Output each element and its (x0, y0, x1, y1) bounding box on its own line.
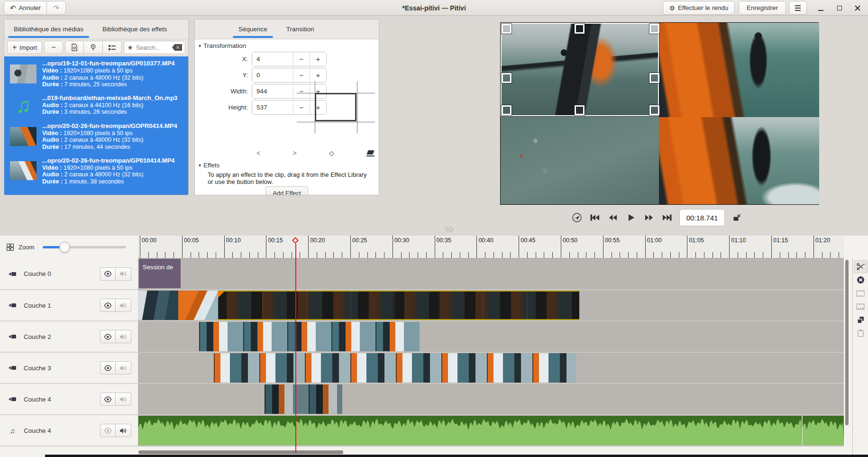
layer-0-visibility-toggle[interactable] (100, 267, 116, 281)
seek-forward-button[interactable] (643, 213, 655, 222)
transform-handle-top-right[interactable] (649, 24, 659, 34)
y-decrement-button[interactable]: − (293, 68, 310, 82)
tab-media-library[interactable]: Bibliothèque des médias (4, 19, 93, 39)
transform-handle-middle-right[interactable] (649, 73, 659, 83)
save-button[interactable]: Enregistrer (739, 1, 786, 15)
layer-1-lane[interactable] (138, 290, 844, 321)
layer-3-mute-toggle[interactable] (116, 361, 131, 375)
pane-resize-grip[interactable] (445, 227, 453, 232)
list-view-toggle-button[interactable] (103, 41, 122, 54)
timeline-horizontal-scrollbar[interactable] (138, 450, 343, 454)
group-button[interactable] (854, 300, 868, 313)
zoom-slider-knob[interactable] (59, 242, 70, 253)
import-button[interactable]: + Import (7, 41, 42, 54)
tab-sequence[interactable]: Séquence (229, 19, 277, 39)
media-item[interactable]: ...opro/19-12-01-fun-treompan/GP010377.M… (4, 56, 188, 91)
transform-handle-bottom-right[interactable] (649, 105, 659, 115)
media-item[interactable]: ...opro/20-02-26-fun-treompan/GOPR0414.M… (4, 119, 188, 154)
height-input[interactable]: 537 (252, 101, 293, 114)
tab-transition[interactable]: Transition (277, 19, 324, 39)
transform-handle-top-left[interactable] (502, 24, 512, 34)
search-input[interactable] (136, 44, 169, 51)
clip-properties-button[interactable] (65, 41, 84, 54)
x-increment-button[interactable]: + (310, 52, 326, 66)
redo-button[interactable]: ↷ (47, 1, 66, 15)
seek-backward-button[interactable] (607, 213, 619, 222)
timeline-vertical-scrollbar[interactable] (845, 260, 849, 425)
layer-4-mute-toggle[interactable] (116, 393, 131, 406)
transform-handle-middle-left[interactable] (502, 73, 512, 83)
minimize-button[interactable] (814, 2, 827, 14)
undock-viewer-button[interactable] (731, 213, 743, 222)
media-item[interactable]: ♫ ...019-funboard/ethan-melxsell-March_O… (4, 91, 188, 119)
layer-2-header[interactable]: Couche 2 (0, 321, 138, 353)
paste-button[interactable] (854, 327, 868, 339)
layer-1-header[interactable]: Couche 1 (0, 290, 138, 321)
transformation-expander[interactable]: ▾ Transformation (199, 42, 246, 49)
split-clip-button[interactable] (854, 260, 868, 273)
layer-1-mute-toggle[interactable] (116, 299, 131, 312)
transform-handle-bottom-center[interactable] (575, 105, 585, 115)
layer-0-header[interactable]: Couche 0 (0, 258, 138, 290)
tag-button[interactable] (84, 41, 103, 54)
layer-3-visibility-toggle[interactable] (100, 361, 116, 375)
timeline-ruler[interactable]: 00:0000:0500:1000:1500:2000:2500:3000:35… (138, 236, 844, 258)
copy-button[interactable] (854, 313, 868, 326)
go-to-end-button[interactable] (661, 213, 673, 222)
layer-2-lane[interactable] (138, 321, 844, 353)
ungroup-button[interactable] (854, 287, 868, 300)
add-effect-button[interactable]: Add Effect (265, 186, 308, 195)
layer-0-mute-toggle[interactable] (116, 267, 131, 281)
layer-5-header[interactable]: ♫ Couche 4 (0, 415, 138, 447)
prev-keyframe-button[interactable]: < (256, 149, 260, 157)
layer-2-mute-toggle[interactable] (116, 330, 131, 343)
tab-effect-library[interactable]: Bibliothèque des effets (93, 19, 176, 39)
timecode-display[interactable]: 00:18.741 (679, 209, 725, 226)
clip-video-selected[interactable] (218, 291, 579, 320)
reset-eraser-button[interactable] (366, 150, 375, 156)
layer-3-lane[interactable] (138, 353, 844, 384)
maximize-button[interactable] (833, 2, 846, 14)
clip-video-unselected[interactable] (138, 291, 218, 320)
clip-video[interactable] (214, 353, 576, 383)
layer-1-visibility-toggle[interactable] (100, 299, 116, 312)
layer-4-visibility-toggle[interactable] (100, 393, 116, 406)
menu-button[interactable] (789, 1, 807, 15)
effects-expander[interactable]: ▾ Effets (199, 162, 219, 169)
center-playhead-button[interactable] (571, 213, 583, 222)
go-to-start-button[interactable] (589, 213, 601, 222)
clip-title-session[interactable]: Session de (139, 259, 181, 288)
delete-clip-button[interactable] (854, 274, 868, 286)
undo-button[interactable]: ↶ Annuler (4, 1, 47, 15)
layer-4-lane[interactable] (138, 384, 844, 415)
clip-video[interactable] (265, 384, 342, 414)
y-input[interactable]: 0 (252, 68, 293, 82)
clip-audio-waveform[interactable] (802, 416, 844, 445)
clip-audio-waveform[interactable] (138, 416, 802, 445)
viewer-preview[interactable] (500, 22, 819, 205)
width-input[interactable]: 944 (252, 84, 293, 98)
layer-5-visibility-toggle[interactable] (100, 424, 116, 437)
close-button[interactable] (851, 2, 864, 14)
media-item[interactable]: ...opro/20-02-26-fun-treompan/GP010414.M… (4, 154, 188, 188)
remove-asset-button[interactable]: − (44, 41, 63, 54)
zoom-slider[interactable] (43, 242, 126, 252)
x-input[interactable]: 4 (252, 52, 293, 66)
play-button[interactable] (625, 213, 637, 222)
layer-3-header[interactable]: Couche 3 (0, 353, 138, 384)
layer-5-lane[interactable] (138, 415, 844, 447)
clip-video[interactable] (199, 322, 420, 351)
clear-search-icon[interactable] (172, 44, 182, 51)
keyframe-diamond-button[interactable]: ◇ (329, 149, 334, 157)
layer-0-lane[interactable]: Session de (138, 258, 844, 290)
clip-selection-box[interactable] (501, 23, 659, 116)
y-increment-button[interactable]: + (310, 68, 326, 82)
transform-handle-bottom-left[interactable] (502, 105, 512, 115)
layer-5-mute-toggle[interactable] (116, 424, 131, 437)
render-button[interactable]: ⚙ Effectuer le rendu (663, 1, 735, 15)
layer-4-header[interactable]: Couche 4 (0, 384, 138, 415)
transform-handle-top-center[interactable] (575, 24, 585, 34)
layer-2-visibility-toggle[interactable] (100, 330, 116, 343)
x-decrement-button[interactable]: − (293, 52, 310, 66)
next-keyframe-button[interactable]: > (292, 149, 296, 157)
